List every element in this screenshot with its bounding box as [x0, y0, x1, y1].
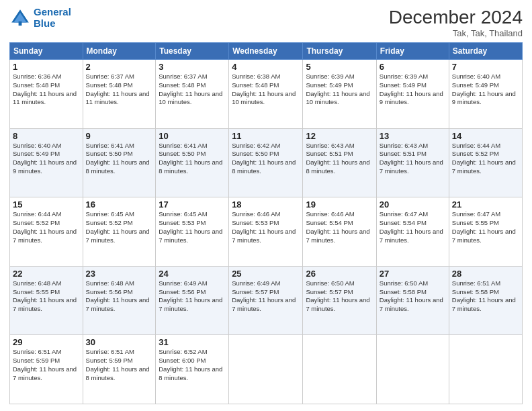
day-detail: Sunrise: 6:51 AM Sunset: 5:59 PM Dayligh…	[86, 348, 153, 382]
day-number: 31	[159, 337, 226, 347]
calendar-cell: 22 Sunrise: 6:48 AM Sunset: 5:55 PM Dayl…	[10, 266, 83, 335]
calendar-cell: 13 Sunrise: 6:43 AM Sunset: 5:51 PM Dayl…	[376, 128, 449, 197]
day-detail: Sunrise: 6:39 AM Sunset: 5:49 PM Dayligh…	[306, 73, 373, 107]
svg-rect-2	[19, 21, 22, 25]
day-detail: Sunrise: 6:37 AM Sunset: 5:48 PM Dayligh…	[159, 73, 226, 107]
calendar-cell: 27 Sunrise: 6:50 AM Sunset: 5:58 PM Dayl…	[376, 266, 449, 335]
calendar-cell: 3 Sunrise: 6:37 AM Sunset: 5:48 PM Dayli…	[156, 60, 229, 129]
calendar-cell: 19 Sunrise: 6:46 AM Sunset: 5:54 PM Dayl…	[303, 197, 376, 267]
subtitle: Tak, Tak, Thailand	[389, 28, 523, 38]
day-number: 11	[232, 131, 300, 141]
day-number: 4	[232, 62, 300, 72]
main-title: December 2024	[389, 7, 523, 28]
day-detail: Sunrise: 6:45 AM Sunset: 5:53 PM Dayligh…	[159, 210, 226, 244]
calendar-cell: 2 Sunrise: 6:37 AM Sunset: 5:48 PM Dayli…	[83, 60, 156, 129]
day-detail: Sunrise: 6:38 AM Sunset: 5:48 PM Dayligh…	[232, 73, 300, 107]
calendar-cell: 17 Sunrise: 6:45 AM Sunset: 5:53 PM Dayl…	[156, 197, 229, 267]
col-friday: Friday	[376, 43, 449, 60]
calendar-cell: 12 Sunrise: 6:43 AM Sunset: 5:51 PM Dayl…	[303, 128, 376, 197]
day-detail: Sunrise: 6:49 AM Sunset: 5:56 PM Dayligh…	[159, 279, 226, 314]
calendar-cell: 1 Sunrise: 6:36 AM Sunset: 5:48 PM Dayli…	[10, 60, 83, 129]
day-number: 5	[306, 62, 373, 72]
header: General Blue December 2024 Tak, Tak, Tha…	[9, 7, 523, 38]
day-number: 6	[380, 62, 446, 72]
day-detail: Sunrise: 6:46 AM Sunset: 5:54 PM Dayligh…	[306, 210, 373, 244]
col-monday: Monday	[83, 43, 156, 60]
calendar-cell	[229, 335, 303, 404]
calendar-cell: 9 Sunrise: 6:41 AM Sunset: 5:50 PM Dayli…	[83, 128, 156, 197]
col-tuesday: Tuesday	[156, 43, 229, 60]
logo-icon	[9, 7, 31, 29]
day-detail: Sunrise: 6:48 AM Sunset: 5:56 PM Dayligh…	[86, 279, 153, 314]
day-detail: Sunrise: 6:36 AM Sunset: 5:48 PM Dayligh…	[13, 73, 80, 107]
day-detail: Sunrise: 6:43 AM Sunset: 5:51 PM Dayligh…	[306, 142, 373, 176]
calendar-cell: 21 Sunrise: 6:47 AM Sunset: 5:55 PM Dayl…	[449, 197, 522, 267]
day-detail: Sunrise: 6:37 AM Sunset: 5:48 PM Dayligh…	[86, 73, 153, 107]
day-detail: Sunrise: 6:40 AM Sunset: 5:49 PM Dayligh…	[452, 73, 519, 107]
calendar-cell: 16 Sunrise: 6:45 AM Sunset: 5:52 PM Dayl…	[83, 197, 156, 267]
col-sunday: Sunday	[10, 43, 83, 60]
calendar-cell: 14 Sunrise: 6:44 AM Sunset: 5:52 PM Dayl…	[449, 128, 522, 197]
day-number: 23	[86, 269, 153, 279]
col-saturday: Saturday	[449, 43, 522, 60]
day-number: 21	[452, 199, 519, 210]
day-number: 29	[13, 337, 80, 347]
calendar-week-row: 22 Sunrise: 6:48 AM Sunset: 5:55 PM Dayl…	[10, 266, 523, 335]
day-detail: Sunrise: 6:39 AM Sunset: 5:49 PM Dayligh…	[380, 73, 446, 107]
calendar-cell: 8 Sunrise: 6:40 AM Sunset: 5:49 PM Dayli…	[10, 128, 83, 197]
calendar-cell: 24 Sunrise: 6:49 AM Sunset: 5:56 PM Dayl…	[156, 266, 229, 335]
calendar-header-row: Sunday Monday Tuesday Wednesday Thursday…	[10, 43, 523, 60]
day-detail: Sunrise: 6:42 AM Sunset: 5:50 PM Dayligh…	[232, 142, 300, 176]
day-number: 27	[380, 269, 446, 279]
calendar-cell: 20 Sunrise: 6:47 AM Sunset: 5:54 PM Dayl…	[376, 197, 449, 267]
day-number: 18	[232, 199, 300, 210]
day-detail: Sunrise: 6:47 AM Sunset: 5:55 PM Dayligh…	[452, 210, 519, 244]
calendar-week-row: 8 Sunrise: 6:40 AM Sunset: 5:49 PM Dayli…	[10, 128, 523, 197]
calendar-cell: 15 Sunrise: 6:44 AM Sunset: 5:52 PM Dayl…	[10, 197, 83, 267]
day-number: 2	[86, 62, 153, 72]
day-number: 3	[159, 62, 226, 72]
day-detail: Sunrise: 6:50 AM Sunset: 5:57 PM Dayligh…	[306, 279, 373, 314]
day-detail: Sunrise: 6:45 AM Sunset: 5:52 PM Dayligh…	[86, 210, 153, 244]
day-detail: Sunrise: 6:40 AM Sunset: 5:49 PM Dayligh…	[13, 142, 80, 176]
day-number: 7	[452, 62, 519, 72]
calendar-table: Sunday Monday Tuesday Wednesday Thursday…	[9, 42, 523, 404]
day-number: 15	[13, 199, 80, 210]
calendar-cell	[303, 335, 376, 404]
day-number: 24	[159, 269, 226, 279]
day-number: 14	[452, 131, 519, 141]
calendar-cell: 23 Sunrise: 6:48 AM Sunset: 5:56 PM Dayl…	[83, 266, 156, 335]
day-number: 28	[452, 269, 519, 279]
day-number: 9	[86, 131, 153, 141]
calendar-cell	[376, 335, 449, 404]
day-detail: Sunrise: 6:41 AM Sunset: 5:50 PM Dayligh…	[159, 142, 226, 176]
calendar-cell: 28 Sunrise: 6:51 AM Sunset: 5:58 PM Dayl…	[449, 266, 522, 335]
logo-text: General Blue	[34, 7, 71, 29]
day-detail: Sunrise: 6:50 AM Sunset: 5:58 PM Dayligh…	[380, 279, 446, 314]
col-thursday: Thursday	[303, 43, 376, 60]
day-number: 8	[13, 131, 80, 141]
title-block: December 2024 Tak, Tak, Thailand	[389, 7, 523, 38]
day-detail: Sunrise: 6:52 AM Sunset: 6:00 PM Dayligh…	[159, 348, 226, 382]
calendar-week-row: 1 Sunrise: 6:36 AM Sunset: 5:48 PM Dayli…	[10, 60, 523, 129]
day-detail: Sunrise: 6:49 AM Sunset: 5:57 PM Dayligh…	[232, 279, 300, 314]
page: General Blue December 2024 Tak, Tak, Tha…	[0, 0, 532, 411]
day-number: 13	[380, 131, 446, 141]
calendar-week-row: 15 Sunrise: 6:44 AM Sunset: 5:52 PM Dayl…	[10, 197, 523, 267]
day-number: 1	[13, 62, 80, 72]
calendar-cell: 18 Sunrise: 6:46 AM Sunset: 5:53 PM Dayl…	[229, 197, 303, 267]
calendar-week-row: 29 Sunrise: 6:51 AM Sunset: 5:59 PM Dayl…	[10, 335, 523, 404]
calendar-cell: 6 Sunrise: 6:39 AM Sunset: 5:49 PM Dayli…	[376, 60, 449, 129]
day-detail: Sunrise: 6:41 AM Sunset: 5:50 PM Dayligh…	[86, 142, 153, 176]
day-detail: Sunrise: 6:46 AM Sunset: 5:53 PM Dayligh…	[232, 210, 300, 244]
calendar-cell: 10 Sunrise: 6:41 AM Sunset: 5:50 PM Dayl…	[156, 128, 229, 197]
day-number: 22	[13, 269, 80, 279]
day-detail: Sunrise: 6:51 AM Sunset: 5:58 PM Dayligh…	[452, 279, 519, 314]
day-number: 19	[306, 199, 373, 210]
day-number: 25	[232, 269, 300, 279]
calendar-cell: 5 Sunrise: 6:39 AM Sunset: 5:49 PM Dayli…	[303, 60, 376, 129]
col-wednesday: Wednesday	[229, 43, 303, 60]
day-detail: Sunrise: 6:44 AM Sunset: 5:52 PM Dayligh…	[452, 142, 519, 176]
calendar-cell: 25 Sunrise: 6:49 AM Sunset: 5:57 PM Dayl…	[229, 266, 303, 335]
day-detail: Sunrise: 6:47 AM Sunset: 5:54 PM Dayligh…	[380, 210, 446, 244]
